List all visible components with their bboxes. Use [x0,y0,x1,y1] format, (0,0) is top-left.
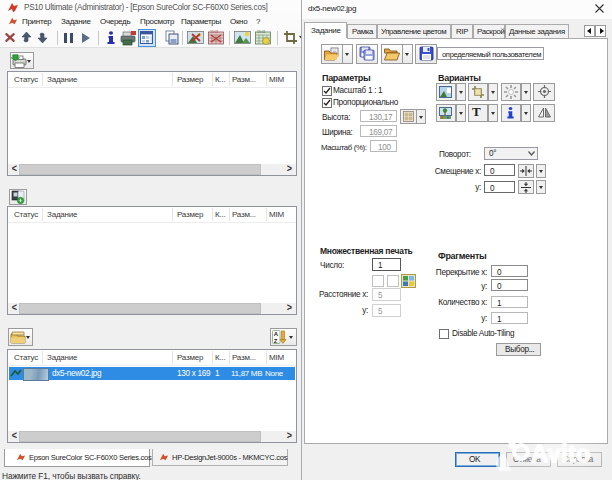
svg-text:15:01: 15:01 [210,30,219,34]
svg-text:15:01: 15:01 [257,30,266,34]
svg-text:A: A [274,331,279,337]
svg-text:Avito: Avito [531,441,591,467]
svg-text:Z: Z [274,338,278,344]
